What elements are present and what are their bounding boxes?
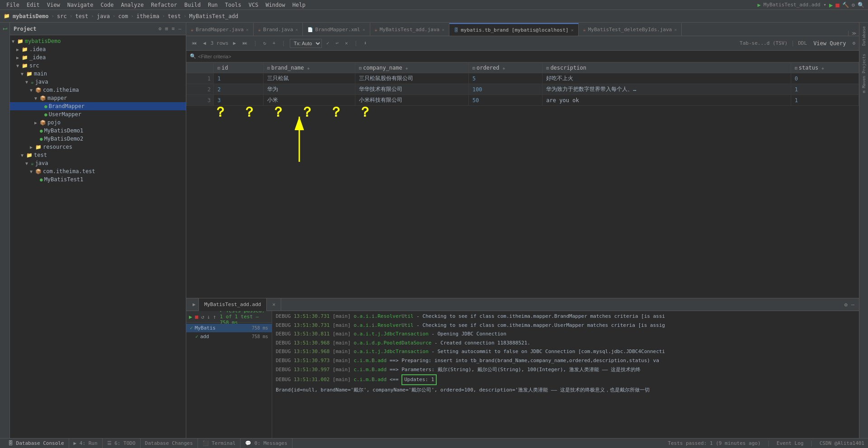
col-header-brand-name[interactable]: ⊞brand_name ◆ <box>263 63 355 73</box>
tab-brand-java[interactable]: ☕ Brand.java ✕ <box>254 23 303 36</box>
run-play-btn[interactable]: ▶ <box>188 313 193 321</box>
sidebar-settings-icon[interactable]: ⚙ <box>158 25 163 33</box>
status-tab-run[interactable]: ▶ 4: Run <box>69 439 103 448</box>
menu-code[interactable]: Code <box>98 1 117 9</box>
menu-navigate[interactable]: Navigate <box>65 1 96 9</box>
tree-item-java-test[interactable]: ▼ ☕ java <box>10 159 186 167</box>
tree-item-resources[interactable]: ▶ 📁 resources <box>10 143 186 151</box>
close-tab-tb-brand[interactable]: ✕ <box>571 28 574 33</box>
tree-item-pojo[interactable]: ▶ 📦 pojo <box>10 118 186 127</box>
tree-item-idea2[interactable]: ▶ 📁 _idea <box>10 53 186 61</box>
run-test-add[interactable]: ✓ add 758 ms <box>186 332 272 341</box>
db-cancel-btn[interactable]: ✕ <box>343 39 350 47</box>
menu-window[interactable]: Window <box>263 1 288 9</box>
run-rerun-btn[interactable]: ↺ <box>200 313 205 321</box>
build-button[interactable]: 🔨 <box>842 2 849 8</box>
run-tab-name[interactable]: MyBatisTest_add.add <box>199 298 267 311</box>
tree-item-mybatistest1[interactable]: ● MyBatisTest1 <box>10 175 186 184</box>
tab-brand-mapper-xml[interactable]: 📄 BrandMapper.xml ✕ <box>303 23 370 36</box>
menu-tools[interactable]: Tools <box>222 1 244 9</box>
run-tab-close[interactable]: ✕ <box>267 298 281 311</box>
db-refresh-btn[interactable]: ↻ <box>261 39 268 47</box>
tree-item-main[interactable]: ▼ 📁 main <box>10 70 186 78</box>
run-stop-btn[interactable]: ■ <box>194 313 199 321</box>
status-event-log[interactable]: Event Log <box>777 440 804 446</box>
db-tx-select[interactable]: Tx: Auto <box>290 39 322 48</box>
tree-item-user-mapper[interactable]: ● UserMapper <box>10 110 186 118</box>
run-panel-settings-icon[interactable]: ⚙ <box>844 301 849 309</box>
db-ddl-btn[interactable]: DDL <box>798 40 807 46</box>
tree-item-idea[interactable]: ▶ 📁 .idea <box>10 45 186 53</box>
right-strip-maven[interactable]: m Maven Projects <box>862 50 866 97</box>
menu-analyze[interactable]: Analyze <box>118 1 146 9</box>
col-header-status[interactable]: ⊞status ◆ <box>791 63 859 73</box>
tree-item-mybatisdemo2[interactable]: ● MyBatisDemo2 <box>10 135 186 143</box>
tree-item-mapper[interactable]: ▼ 📦 mapper <box>10 94 186 102</box>
close-tab-brand-mapper[interactable]: ✕ <box>246 27 249 32</box>
right-strip-database[interactable]: Database <box>862 23 866 49</box>
db-commit-btn[interactable]: ✓ <box>325 39 331 47</box>
db-rollback-btn[interactable]: ↩ <box>334 39 340 47</box>
close-tab-brand[interactable]: ✕ <box>295 27 298 32</box>
menu-build[interactable]: Build <box>182 1 203 9</box>
sidebar-gear-icon[interactable]: ≡ <box>171 25 176 33</box>
menu-vcs[interactable]: VCS <box>246 1 261 9</box>
col-header-ordered[interactable]: ⊞ordered ◆ <box>468 63 542 73</box>
search-button[interactable]: 🔍 <box>858 2 864 8</box>
stop-button[interactable]: ■ <box>835 1 839 9</box>
tab-overflow-icon[interactable]: ≫ <box>852 31 856 36</box>
settings-button[interactable]: ⚙ <box>852 2 855 8</box>
run-button[interactable]: ▶ <box>829 1 833 9</box>
menu-view[interactable]: View <box>44 1 63 9</box>
close-tab-deletebyids[interactable]: ✕ <box>674 27 677 32</box>
col-header-id[interactable]: ⊞id <box>214 63 264 73</box>
db-first-record-btn[interactable]: ⏮ <box>190 39 198 47</box>
status-tab-db-changes[interactable]: Database Changes <box>141 439 198 448</box>
col-header-description[interactable]: ⊞description <box>542 63 791 73</box>
menu-help[interactable]: Help <box>290 1 308 9</box>
table-row[interactable]: 3 3 小米 小米科技有限公司 50 are you ok 1 <box>187 95 859 106</box>
menu-file[interactable]: File <box>4 1 22 9</box>
sidebar-close-icon[interactable]: — <box>177 25 182 33</box>
db-prev-record-btn[interactable]: ◀ <box>201 39 208 47</box>
db-next-record-btn[interactable]: ▶ <box>231 39 238 47</box>
db-settings-icon[interactable]: ⚙ <box>852 40 855 46</box>
sidebar-layout-icon[interactable]: ⊞ <box>164 25 169 33</box>
tab-brand-mapper-java[interactable]: ☕ BrandMapper.java ✕ <box>186 23 254 36</box>
row-num-2: 2 <box>187 84 214 95</box>
menu-edit[interactable]: Edit <box>24 1 42 9</box>
tree-root[interactable]: ▼ 📁 mybatisDemo <box>10 37 186 45</box>
run-prev-btn[interactable]: ↑ <box>212 313 217 321</box>
close-tab-xml[interactable]: ✕ <box>363 27 365 32</box>
tree-item-test[interactable]: ▼ 📁 test <box>10 151 186 159</box>
status-tab-db-console[interactable]: 🗄 Database Console <box>4 439 69 448</box>
col-header-company-name[interactable]: ⊞company_name ◆ <box>355 63 469 73</box>
tab-mybatis-tb-brand[interactable]: 🗄 mybatis.tb_brand [mybatis@localhost] ✕ <box>449 23 578 36</box>
db-add-row-btn[interactable]: + <box>271 39 278 47</box>
menu-refactor[interactable]: Refactor <box>148 1 180 9</box>
tree-item-com-itheima[interactable]: ▼ 📦 com.itheima <box>10 86 186 94</box>
run-panel-minimize-icon[interactable]: — <box>850 301 855 309</box>
db-last-record-btn[interactable]: ⏭ <box>241 39 249 47</box>
status-tab-todo[interactable]: ☰ 6: TODO <box>103 439 141 448</box>
run-next-btn[interactable]: ↓ <box>206 313 211 321</box>
filter-input[interactable] <box>198 54 855 59</box>
tab-mybatistest-add-java[interactable]: ☕ MyBatisTest_add.java ✕ <box>370 23 450 36</box>
status-tab-terminal[interactable]: ⬛ Terminal <box>198 439 241 448</box>
menu-run[interactable]: Run <box>205 1 221 9</box>
project-select[interactable]: MyBatisTest_add.add ▾ <box>764 2 826 8</box>
tree-item-brand-mapper[interactable]: ● BrandMapper <box>10 102 186 110</box>
tree-item-src[interactable]: ▼ 📁 src <box>10 61 186 70</box>
tab-mybatistest-deletebyids[interactable]: ☕ MyBatisTest_deleteByIds.java ✕ <box>579 23 682 36</box>
tree-item-mybatisdemo1[interactable]: ● MyBatisDemo1 <box>10 127 186 135</box>
table-row[interactable]: 2 2 华为 华华技术有限公司 100 华为致力于把数字世界带入每个人、… 1 <box>187 84 859 95</box>
view-query-button[interactable]: View Query <box>811 39 849 47</box>
db-export-btn[interactable]: ⬇ <box>362 39 369 47</box>
project-icon-btn[interactable]: 1 <box>2 24 8 33</box>
run-test-mybatis[interactable]: ✓ MyBatis 758 ms <box>186 324 272 332</box>
table-row[interactable]: 1 1 三只松鼠 三只松鼠股份有限公司 5 好吃不上火 0 <box>187 73 859 84</box>
status-tab-messages[interactable]: 💬 0: Messages <box>241 439 292 448</box>
tree-item-com-itheima-test[interactable]: ▼ 📦 com.itheima.test <box>10 167 186 175</box>
close-tab-test-add[interactable]: ✕ <box>442 27 444 32</box>
tree-item-java[interactable]: ▼ ☕ java <box>10 78 186 86</box>
